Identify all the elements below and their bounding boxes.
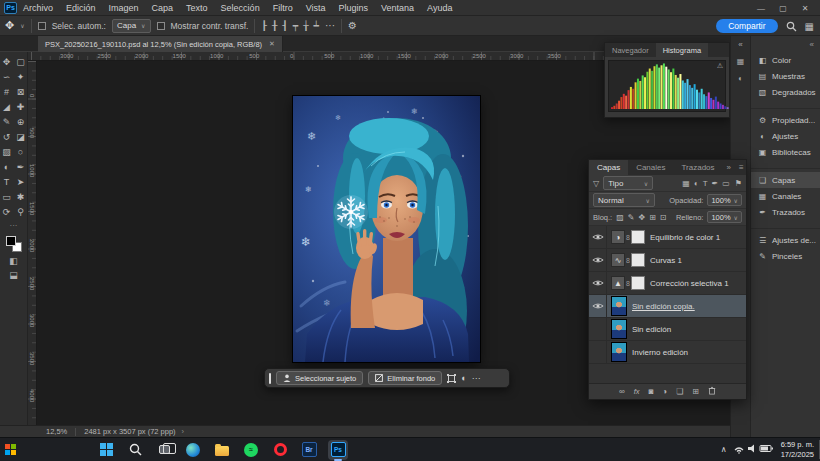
marquee-tool-icon[interactable]: ▢	[14, 54, 28, 69]
menu-item[interactable]: Vista	[306, 3, 326, 13]
lock-position-icon[interactable]: ✥	[638, 213, 645, 222]
lasso-tool-icon[interactable]: ∽	[0, 69, 14, 84]
collapse-dock-icon[interactable]: «	[751, 40, 820, 52]
align-icon[interactable]: ╂	[272, 21, 277, 31]
canvas-image[interactable]: ❄❄ ❄❄ ❄❄ ❄❄ ❄❄ ❄❄	[293, 96, 480, 362]
adobe-bridge-icon[interactable]: Br	[299, 440, 319, 460]
auto-select-target-dropdown[interactable]: Capa ∨	[112, 19, 151, 33]
dock-item-muestras[interactable]: ▤Muestras	[751, 68, 820, 84]
move-tool-icon[interactable]: ✥	[0, 54, 14, 69]
layer-row-equilibrio[interactable]: ◑ 8 Equilibrio de color 1	[589, 226, 746, 249]
layer-mask-thumbnail[interactable]	[631, 276, 645, 290]
auto-select-checkbox[interactable]	[38, 22, 46, 30]
photoshop-taskbar-icon[interactable]: Ps	[328, 440, 348, 460]
clone-stamp-tool-icon[interactable]: ⊕	[14, 114, 28, 129]
collapse-panel-icon[interactable]: »	[723, 160, 735, 175]
task-view-icon[interactable]	[154, 440, 174, 460]
dodge-tool-icon[interactable]: ◐	[0, 159, 14, 174]
layer-row-correccion[interactable]: ▲ 8 Corrección selectiva 1	[589, 272, 746, 295]
layer-row-curvas[interactable]: ∿ 8 Curvas 1	[589, 249, 746, 272]
tab-navegador[interactable]: Navegador	[605, 43, 656, 57]
lock-transparency-icon[interactable]: ▨	[616, 213, 624, 222]
status-chevron-icon[interactable]: ›	[182, 427, 185, 436]
zoom-tool-icon[interactable]: ⚲	[14, 204, 28, 219]
filter-toggle-icon[interactable]: ⚑	[735, 179, 742, 188]
show-transform-checkbox[interactable]	[157, 22, 165, 30]
align-icon[interactable]: ╁	[303, 21, 308, 31]
dock-item-propiedades[interactable]: ⚙Propiedad...	[751, 112, 820, 128]
layer-visibility-toggle[interactable]	[589, 341, 607, 363]
new-group-icon[interactable]: ❏	[676, 387, 683, 396]
panel-menu-icon[interactable]: ≡	[735, 160, 748, 175]
align-icon[interactable]: ┠	[261, 21, 266, 31]
quick-selection-tool-icon[interactable]: ✦	[14, 69, 28, 84]
more-actions-button[interactable]: ···	[472, 373, 481, 383]
layer-mask-thumbnail[interactable]	[631, 253, 645, 267]
share-button[interactable]: Compartir	[716, 19, 777, 33]
new-layer-icon[interactable]: ⊞	[692, 387, 699, 396]
edit-toolbar-button[interactable]: ···	[10, 221, 18, 230]
adjustment-thumbnail[interactable]: ◑	[611, 230, 625, 244]
rotate-view-tool-icon[interactable]: ⟳	[0, 204, 14, 219]
lock-artboard-icon[interactable]: ⊞	[649, 213, 656, 222]
taskbar-search-icon[interactable]	[125, 440, 145, 460]
document-tab[interactable]: PSX_20250216_190110.psd al 12,5% (Sin ed…	[38, 36, 283, 52]
blend-mode-dropdown[interactable]: Normal ∨	[593, 193, 655, 207]
start-button[interactable]	[96, 440, 116, 460]
shape-tool-icon[interactable]: ▭	[0, 189, 14, 204]
transform-icon[interactable]	[447, 374, 456, 383]
maximize-button[interactable]: ▢	[772, 4, 794, 13]
filter-type-dropdown[interactable]: Tipo ∨	[603, 176, 653, 190]
align-icon[interactable]: ┨	[282, 21, 287, 31]
menu-item[interactable]: Edición	[66, 3, 96, 13]
adjustment-thumbnail[interactable]: ▲	[611, 276, 625, 290]
dock-item-capas[interactable]: ❏Capas	[751, 172, 820, 188]
frame-tool-icon[interactable]: ⊠	[14, 84, 28, 99]
align-icon[interactable]: ┷	[314, 21, 319, 31]
brush-tool-icon[interactable]: ✎	[0, 114, 14, 129]
opacity-field[interactable]: 100% ∨	[707, 194, 742, 206]
select-subject-button[interactable]: Seleccionar sujeto	[276, 371, 363, 385]
layer-thumbnail[interactable]	[611, 296, 627, 316]
foreground-color-swatch[interactable]	[6, 236, 16, 246]
healing-brush-tool-icon[interactable]: ✚	[14, 99, 28, 114]
spotify-icon[interactable]: ≈	[241, 440, 261, 460]
layer-style-icon[interactable]: fx	[634, 387, 640, 396]
menu-item[interactable]: Ayuda	[427, 3, 452, 13]
remove-background-button[interactable]: Eliminar fondo	[368, 371, 442, 385]
dock-item-degradados[interactable]: ▧Degradados	[751, 84, 820, 100]
search-icon[interactable]	[786, 21, 797, 32]
layer-row-sin-edicion[interactable]: Sin edición	[589, 318, 746, 341]
layer-mask-thumbnail[interactable]	[631, 230, 645, 244]
layer-row-sin-edicion-copia[interactable]: Sin edición copia.	[589, 295, 746, 318]
tray-status-icons[interactable]	[734, 443, 774, 456]
blur-tool-icon[interactable]: ○	[14, 144, 28, 159]
filter-pixel-layers-icon[interactable]: ▦	[682, 179, 690, 188]
edge-icon[interactable]	[183, 440, 203, 460]
tab-histograma[interactable]: Histograma	[656, 43, 708, 57]
filter-type-layers-icon[interactable]: T	[703, 179, 708, 188]
tab-capas[interactable]: Capas	[589, 160, 628, 175]
tab-trazados[interactable]: Trazados	[673, 160, 722, 175]
lock-pixels-icon[interactable]: ✎	[628, 213, 635, 222]
layer-visibility-toggle[interactable]	[589, 295, 607, 317]
pen-tool-icon[interactable]: ✒	[14, 159, 28, 174]
document-info[interactable]: 2481 px x 3507 px (72 ppp)	[84, 427, 175, 436]
new-adjustment-layer-icon[interactable]: ◑	[662, 387, 667, 396]
dock-item-ajustes[interactable]: ◐Ajustes	[751, 128, 820, 144]
workspace-settings-gear-icon[interactable]: ⚙	[348, 20, 357, 31]
crop-tool-icon[interactable]: #	[0, 84, 14, 99]
history-brush-tool-icon[interactable]: ↺	[0, 129, 14, 144]
align-icon[interactable]: ┯	[293, 21, 298, 31]
menu-item[interactable]: Ventana	[381, 3, 414, 13]
file-explorer-icon[interactable]	[212, 440, 232, 460]
filter-smart-objects-icon[interactable]: ▭	[722, 179, 730, 188]
filter-shape-layers-icon[interactable]: ✒	[712, 179, 719, 188]
close-tab-icon[interactable]: ✕	[269, 40, 275, 48]
adjustment-thumbnail[interactable]: ∿	[611, 253, 625, 267]
screen-mode-button[interactable]: ⬓	[9, 270, 18, 284]
layer-visibility-toggle[interactable]	[589, 249, 607, 271]
add-mask-icon[interactable]: ◙	[648, 387, 653, 396]
drag-handle[interactable]	[269, 373, 271, 384]
layer-thumbnail[interactable]	[611, 342, 627, 362]
